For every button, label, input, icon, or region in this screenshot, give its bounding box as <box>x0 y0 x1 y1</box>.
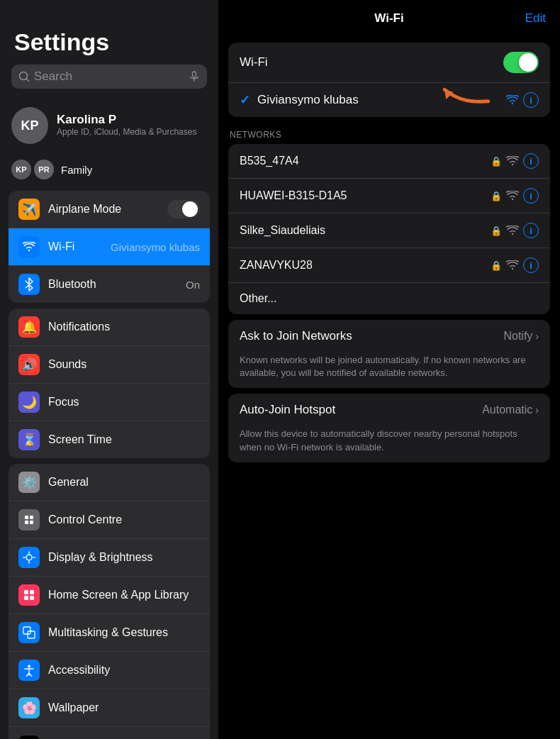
svg-rect-16 <box>24 596 28 600</box>
wifi-icon <box>506 191 519 201</box>
sidebar-item-wallpaper[interactable]: 🌸 Wallpaper <box>9 689 210 727</box>
auto-hotspot-label: Auto-Join Hotspot <box>240 403 482 417</box>
lock-icon: 🔒 <box>491 226 502 236</box>
ask-networks-label: Ask to Join Networks <box>240 329 503 343</box>
family-avatars: KP PR <box>11 160 54 179</box>
wifi-panel: Wi-Fi ✓ Giviansymo klubas i <box>228 43 550 117</box>
accessibility-icon <box>18 660 40 681</box>
display-icon <box>18 547 40 568</box>
general-label: General <box>48 476 200 489</box>
wallpaper-icon: 🌸 <box>18 697 40 718</box>
sidebar-item-home-screen[interactable]: Home Screen & App Library <box>9 577 210 614</box>
sidebar-item-notifications[interactable]: 🔔 Notifications <box>9 309 210 346</box>
auto-hotspot-value: Automatic › <box>482 404 539 416</box>
network-row[interactable]: ZANAVYKU28 🔒 i <box>228 248 550 283</box>
svg-rect-7 <box>25 521 28 524</box>
focus-icon: 🌙 <box>18 391 40 413</box>
auto-hotspot-description: Allow this device to automatically disco… <box>228 426 550 462</box>
avatar: KP <box>11 107 48 144</box>
auto-hotspot-row[interactable]: Auto-Join Hotspot Automatic › <box>228 394 550 426</box>
ask-networks-row[interactable]: Ask to Join Networks Notify › <box>228 320 550 352</box>
connected-row[interactable]: ✓ Giviansymo klubas i <box>228 83 550 117</box>
wifi-toggle[interactable] <box>503 52 539 73</box>
wallpaper-label: Wallpaper <box>48 701 200 714</box>
connected-info-button[interactable]: i <box>523 92 539 108</box>
settings-group-system: ⚙️ General Control Centre <box>9 464 210 739</box>
wifi-nav-icon <box>18 236 40 257</box>
sidebar-item-focus[interactable]: 🌙 Focus <box>9 384 210 421</box>
settings-group-connectivity: ✈️ Airplane Mode Wi-Fi Giviansymo klubas <box>9 191 210 303</box>
svg-rect-19 <box>28 631 35 638</box>
svg-rect-8 <box>30 521 33 524</box>
network-info-button[interactable]: i <box>523 223 539 238</box>
profile-row[interactable]: KP Karolina P Apple ID, iCloud, Media & … <box>0 100 218 151</box>
sidebar-item-display[interactable]: Display & Brightness <box>9 539 210 577</box>
sidebar-item-bluetooth[interactable]: Bluetooth On <box>9 266 210 303</box>
wifi-icon <box>506 156 519 166</box>
sidebar-item-multitasking[interactable]: Multitasking & Gestures <box>9 614 210 652</box>
sidebar-item-sounds[interactable]: 🔊 Sounds <box>9 346 210 384</box>
accessibility-label: Accessibility <box>48 664 200 677</box>
siri-icon <box>18 735 40 739</box>
bluetooth-value: On <box>186 279 200 291</box>
wifi-icon <box>506 226 519 235</box>
profile-sub: Apple ID, iCloud, Media & Purchases <box>57 127 207 138</box>
lock-icon: 🔒 <box>491 260 502 271</box>
sidebar-item-siri[interactable]: Siri & Search <box>9 727 210 739</box>
search-icon <box>18 71 30 82</box>
network-row[interactable]: B535_47A4 🔒 i <box>228 144 550 179</box>
network-icons: 🔒 i <box>491 257 539 273</box>
chevron-right-icon: › <box>535 404 539 416</box>
search-bar[interactable]: Search <box>11 65 207 89</box>
family-avatar-kp: KP <box>11 160 31 179</box>
network-info-button[interactable]: i <box>523 153 539 169</box>
airplane-icon: ✈️ <box>18 199 40 220</box>
main-header: Wi-Fi Edit <box>218 0 560 37</box>
svg-rect-18 <box>23 627 30 634</box>
display-label: Display & Brightness <box>48 551 200 564</box>
svg-rect-14 <box>24 590 28 594</box>
sidebar-item-control-centre[interactable]: Control Centre <box>9 501 210 539</box>
edit-button[interactable]: Edit <box>525 11 546 26</box>
sidebar-item-general[interactable]: ⚙️ General <box>9 464 210 501</box>
sounds-label: Sounds <box>48 358 200 371</box>
sidebar-item-airplane[interactable]: ✈️ Airplane Mode <box>9 191 210 228</box>
family-row[interactable]: KP PR Family <box>0 154 218 185</box>
svg-rect-6 <box>30 516 33 519</box>
main-content: Wi-Fi Edit Wi-Fi ✓ Giviansymo klubas <box>218 0 560 739</box>
ask-networks-value: Notify › <box>503 330 539 343</box>
main-title: Wi-Fi <box>374 11 403 26</box>
family-avatar-pr: PR <box>34 160 54 179</box>
network-info-button[interactable]: i <box>523 257 539 273</box>
network-row[interactable]: Silke_Siaudeliais 🔒 i <box>228 213 550 248</box>
svg-point-20 <box>28 665 30 668</box>
lock-icon: 🔒 <box>491 156 502 167</box>
avatar-stack: KP <box>11 107 48 144</box>
bluetooth-icon <box>18 274 40 295</box>
network-name: Silke_Siaudeliais <box>240 224 485 237</box>
svg-point-4 <box>28 250 30 251</box>
sidebar-item-wifi[interactable]: Wi-Fi Giviansymo klubas <box>9 228 210 266</box>
wifi-icon <box>506 260 519 270</box>
sidebar-item-accessibility[interactable]: Accessibility <box>9 652 210 689</box>
control-centre-label: Control Centre <box>48 513 200 526</box>
family-label: Family <box>61 164 92 176</box>
other-row[interactable]: Other... <box>228 283 550 314</box>
airplane-toggle[interactable] <box>167 200 200 218</box>
mic-icon <box>189 71 200 82</box>
profile-info: Karolina P Apple ID, iCloud, Media & Pur… <box>57 113 207 138</box>
wifi-toggle-thumb <box>519 53 537 72</box>
networks-panel: B535_47A4 🔒 i HUAWEI-B315-D1A5 🔒 i <box>228 144 550 314</box>
network-name: ZANAVYKU28 <box>240 259 485 272</box>
sounds-icon: 🔊 <box>18 354 40 375</box>
svg-point-27 <box>512 233 513 235</box>
sidebar-item-screen-time[interactable]: ⌛ Screen Time <box>9 421 210 458</box>
home-screen-label: Home Screen & App Library <box>48 589 200 601</box>
network-icons: 🔒 i <box>491 153 539 169</box>
svg-rect-15 <box>30 590 34 594</box>
svg-point-9 <box>26 555 32 560</box>
multitasking-label: Multitasking & Gestures <box>48 626 200 639</box>
network-info-button[interactable]: i <box>523 188 539 204</box>
network-row[interactable]: HUAWEI-B315-D1A5 🔒 i <box>228 179 550 213</box>
network-icons: 🔒 i <box>491 223 539 238</box>
